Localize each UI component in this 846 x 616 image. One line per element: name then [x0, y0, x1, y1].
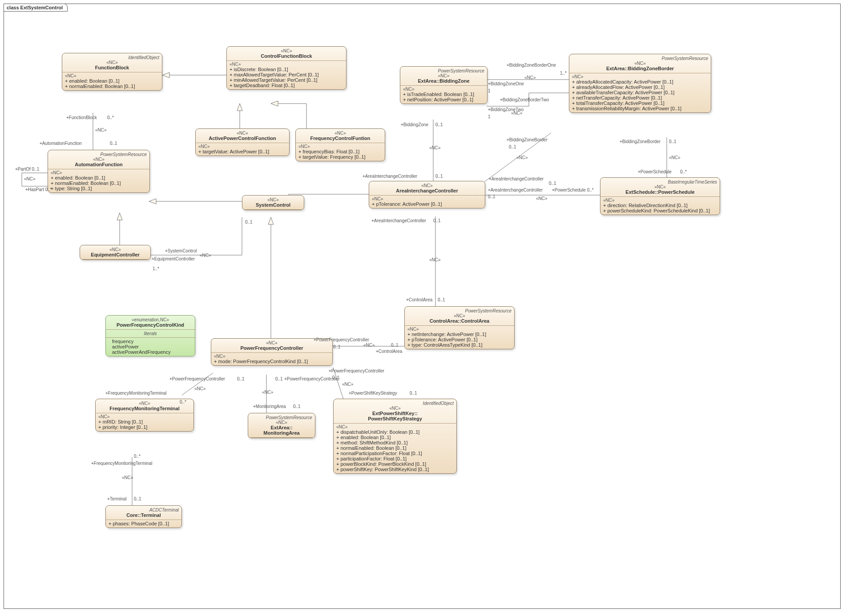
class-powerfrequencycontrolkind[interactable]: «enumeration,NC»PowerFrequencyControlKin…: [105, 315, 195, 356]
class-automationfunction[interactable]: PowerSystemResource«NC»AutomationFunctio…: [48, 150, 150, 193]
class-frequencycontrolfuntion[interactable]: «NC»FrequencyControlFuntion «NC» + frequ…: [295, 128, 385, 161]
class-powershiftkeystrategy[interactable]: IdentifiedObject«NC»ExtPowerShiftKey:: P…: [333, 399, 457, 474]
class-controlarea[interactable]: PowerSystemResource«NC»ControlArea::Cont…: [404, 306, 515, 349]
class-functionblock[interactable]: IdentifiedObject«NC»FunctionBlock «NC» +…: [62, 53, 162, 91]
class-equipmentcontroller[interactable]: «NC»EquipmentController: [80, 245, 151, 260]
class-powerfrequencycontroller[interactable]: «NC»PowerFrequencyController «NC» + mode…: [211, 338, 333, 366]
class-areainterchangecontroller[interactable]: «NC»AreaInterchangeController «NC» + pTo…: [369, 181, 485, 208]
class-controlfunctionblock[interactable]: «NC»ControlFunctionBlock «NC» + isDiscre…: [226, 46, 346, 90]
class-biddingzoneborder[interactable]: PowerSystemResource«NC»ExtArea::BiddingZ…: [569, 54, 711, 113]
diagram-frame: class ExtSystemControl: [4, 4, 841, 609]
class-activepowercontrolfunction[interactable]: «NC»ActivePowerControlFunction «NC» + ta…: [195, 128, 290, 156]
class-frequencymonitoringterminal[interactable]: «NC»FrequencyMonitoringTerminal «NC» + m…: [95, 399, 194, 432]
class-systemcontrol[interactable]: «NC»SystemControl: [242, 195, 304, 210]
class-terminal[interactable]: ACDCTerminalCore::Terminal + phases: Pha…: [105, 505, 182, 528]
class-monitoringarea[interactable]: PowerSystemResource«NC»ExtArea:: Monitor…: [248, 413, 315, 438]
class-biddingzone[interactable]: PowerSystemResource«NC»ExtArea::BiddingZ…: [400, 66, 487, 104]
class-powerschedule[interactable]: BaseIrregularTimeSeries«NC»ExtSchedule::…: [600, 177, 720, 215]
